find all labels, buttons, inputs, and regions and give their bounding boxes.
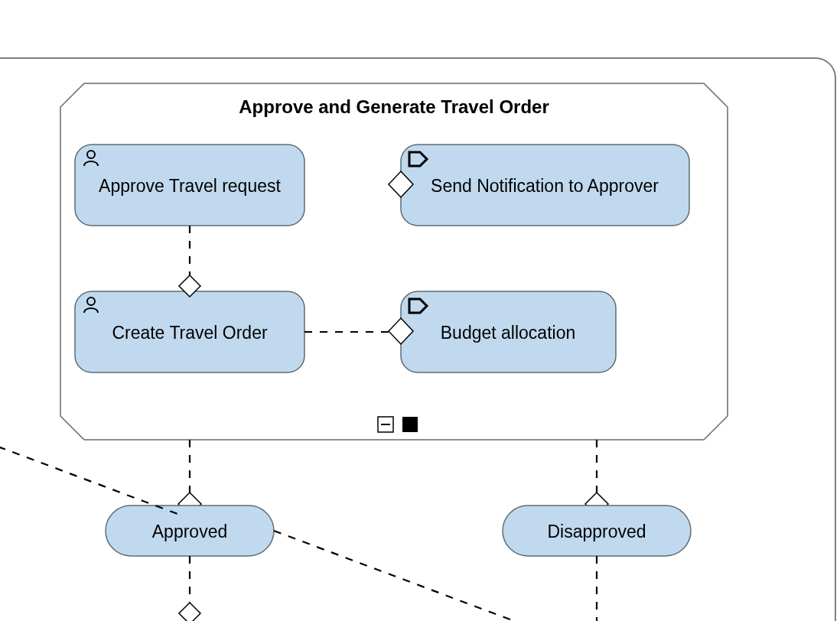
- subprocess-title: Approve and Generate Travel Order: [239, 96, 549, 117]
- state-disapproved[interactable]: Disapproved: [503, 506, 691, 556]
- diagram-canvas: Approve and Generate Travel Order Approv…: [0, 0, 840, 621]
- adhoc-marker-icon: [402, 417, 418, 432]
- state-label: Disapproved: [547, 522, 646, 541]
- task-budget-allocation[interactable]: Budget allocation: [401, 291, 616, 372]
- task-send-notification[interactable]: Send Notification to Approver: [401, 145, 689, 226]
- flow-incoming-left: [0, 436, 180, 515]
- task-create-travel-order[interactable]: Create Travel Order: [75, 291, 304, 372]
- port-diamond: [179, 603, 200, 621]
- task-label: Budget allocation: [441, 323, 575, 343]
- task-approve-travel-request[interactable]: Approve Travel request: [75, 145, 304, 226]
- task-label: Create Travel Order: [112, 323, 268, 343]
- state-label: Approved: [152, 522, 227, 541]
- state-approved[interactable]: Approved: [106, 506, 274, 556]
- task-label: Send Notification to Approver: [431, 176, 659, 196]
- subprocess-container[interactable]: [60, 83, 728, 440]
- task-label: Approve Travel request: [99, 176, 281, 196]
